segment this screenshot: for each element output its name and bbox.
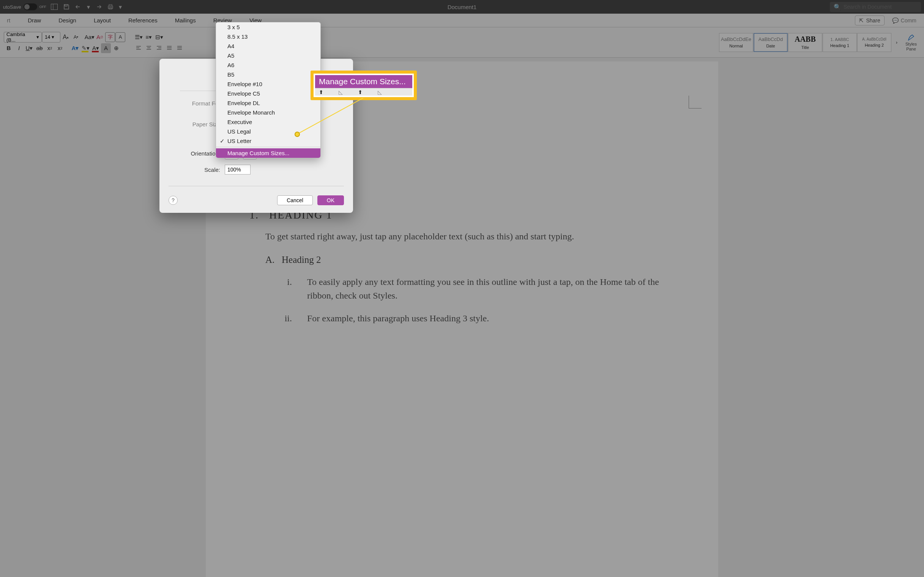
dropdown-item[interactable]: B5 — [216, 70, 320, 79]
page-icon: ◺ — [378, 89, 382, 95]
dropdown-item[interactable]: 3 x 5 — [216, 23, 320, 32]
dropdown-item[interactable]: 8.5 x 13 — [216, 32, 320, 41]
callout-icons: ⬆ ◺ ⬆ ◺ — [315, 88, 412, 96]
manage-custom-sizes-item[interactable]: Manage Custom Sizes... — [216, 148, 320, 158]
separator — [216, 147, 320, 147]
scale-value: 100% — [228, 166, 241, 172]
highlight-dot — [295, 132, 300, 137]
dropdown-item[interactable]: A5 — [216, 51, 320, 60]
arrow-up-icon: ⬆ — [358, 89, 363, 95]
dropdown-item[interactable]: Executive — [216, 117, 320, 127]
dropdown-item[interactable]: A6 — [216, 60, 320, 70]
format-for-label: Format For — [171, 100, 220, 106]
dropdown-item[interactable]: US Letter — [216, 136, 320, 146]
page-icon: ◺ — [339, 89, 343, 95]
scale-input[interactable]: 100% — [225, 164, 250, 174]
dropdown-item[interactable]: Envelope DL — [216, 98, 320, 108]
cancel-button[interactable]: Cancel — [277, 195, 313, 205]
separator — [168, 186, 344, 186]
arrow-up-icon: ⬆ — [319, 89, 323, 95]
callout-text: Manage Custom Sizes... — [315, 75, 412, 88]
paper-size-label: Paper Size — [171, 121, 220, 127]
dropdown-item[interactable]: A4 — [216, 41, 320, 51]
dropdown-item[interactable]: Envelope Monarch — [216, 108, 320, 117]
dropdown-item[interactable]: Envelope #10 — [216, 79, 320, 89]
help-button[interactable]: ? — [168, 196, 178, 205]
scale-label: Scale: — [171, 166, 220, 173]
dropdown-item[interactable]: US Legal — [216, 127, 320, 136]
ok-button[interactable]: OK — [317, 195, 344, 205]
orientation-label: Orientation: — [171, 150, 220, 157]
dropdown-item[interactable]: Envelope C5 — [216, 89, 320, 98]
paper-size-dropdown: 3 x 5 8.5 x 13 A4 A5 A6 B5 Envelope #10 … — [216, 22, 321, 158]
highlight-callout: Manage Custom Sizes... ⬆ ◺ ⬆ ◺ — [310, 71, 417, 100]
dim-overlay — [0, 0, 924, 577]
